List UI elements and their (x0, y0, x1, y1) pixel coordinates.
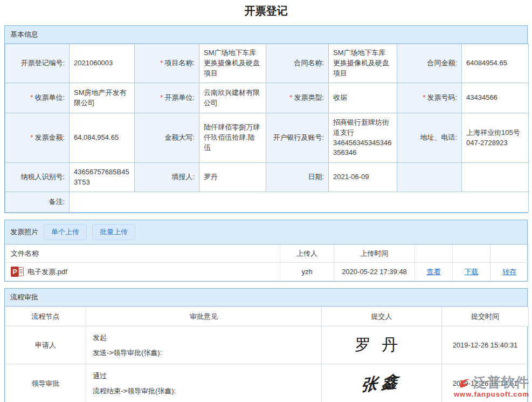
file-name-cell: P 电子发票.pdf (5, 263, 280, 281)
field-label-address-phone: 地址、电话: (397, 113, 462, 163)
field-label-text: 金额大写: (164, 133, 195, 141)
batch-upload-button[interactable]: 批量上传 (92, 224, 135, 240)
pdf-icon-letter: P (11, 267, 19, 277)
single-upload-button[interactable]: 单个上传 (44, 224, 87, 240)
field-value-invoice-amount: 64,084,954.65 (70, 113, 135, 163)
col-header-uploader: 上传人 (280, 245, 334, 263)
field-label-text: 收票单位: (34, 93, 65, 101)
invoice-photos-section: 发票照片 单个上传 批量上传 文件名称 上传人 上传时间 P 电子发票 (4, 220, 528, 282)
col-header-submit-time: 提交时间 (442, 307, 529, 326)
approval-section: 流程审批 流程节点 审批意见 提交人 提交时间 申请人 发起 发送->领导审批(… (4, 288, 528, 402)
field-label-receiving-unit: *收票单位: (5, 83, 70, 113)
field-label-invoice-number: *发票号码: (397, 83, 462, 113)
basic-info-table: 开票登记编号: 2021060003 *项目名称: SM广场地下车库更换摄像机及… (5, 44, 529, 213)
invoice-photos-section-title: 发票照片 (10, 227, 38, 237)
field-label-invoice-register-no: 开票登记编号: (5, 44, 70, 83)
basic-info-section: 基本信息 开票登记编号: 2021060003 *项目名称: SM广场地下车库更… (4, 25, 528, 213)
required-mark: * (289, 93, 292, 101)
approval-row-applicant: 申请人 发起 发送->领导审批(张鑫): 罗丹 2019-12-26 15:40… (5, 326, 529, 364)
col-header-submitter: 提交人 (322, 307, 442, 326)
file-upload-time: 2020-05-22 17:39:48 (334, 263, 415, 281)
flow-node-leader: 领导审批 (5, 364, 86, 402)
field-label-invoice-type: *发票类型: (266, 83, 329, 113)
field-value-remarks (70, 192, 529, 213)
page-title: 开票登记 (0, 0, 532, 25)
field-label-text: 开票登记编号: (20, 59, 65, 67)
field-value-receiving-unit: SM房地产开发有限公司 (70, 83, 135, 113)
opinion-line-2: 流程结束->领导审批(张鑫): (93, 384, 317, 398)
required-mark: * (30, 133, 33, 141)
field-label-text: 纳税人识别号: (20, 173, 65, 181)
field-value-invoice-register-no: 2021060003 (70, 44, 135, 83)
field-label-date: 日期: (266, 163, 329, 192)
download-link[interactable]: 下载 (465, 268, 479, 276)
col-header-approval-opinion: 审批意见 (86, 307, 322, 326)
field-value-address-phone: 上海祥业街105号 047-2728923 (462, 113, 529, 163)
basic-info-row-4: 纳税人识别号: 43656757685B453T53 填报人: 罗丹 日期: 2… (5, 163, 529, 192)
submitter-signature-leader: 张鑫 (322, 364, 442, 402)
field-label-text: 合同名称: (294, 59, 324, 67)
field-label-text: 发票号码: (427, 93, 457, 101)
field-value-taxpayer-id: 43656757685B453T53 (70, 163, 135, 192)
opinion-line-2: 发送->领导审批(张鑫): (93, 345, 317, 360)
field-label-contract-name: 合同名称: (266, 44, 329, 83)
field-label-amount-in-words: 金额大写: (135, 113, 199, 163)
basic-info-row-1: 开票登记编号: 2021060003 *项目名称: SM广场地下车库更换摄像机及… (5, 44, 529, 83)
field-label-text: 项目名称: (164, 59, 195, 67)
field-value-contract-amount: 64084954.65 (462, 44, 529, 83)
opinion-leader: 通过 流程结束->领导审批(张鑫): (86, 364, 322, 402)
invoice-photos-header: 发票照片 单个上传 批量上传 (5, 220, 527, 244)
view-link[interactable]: 查看 (427, 268, 441, 276)
col-header-flow-node: 流程节点 (5, 307, 86, 326)
field-label-bank-and-account: 开户银行及账号: (266, 113, 329, 163)
field-value-invoice-type: 收据 (329, 83, 397, 113)
pdf-file-icon: P (11, 267, 24, 277)
col-header-file-name: 文件名称 (5, 245, 280, 263)
field-label-text: 地址、电话: (420, 133, 457, 141)
signature-text: 罗丹 (355, 335, 409, 354)
required-mark: * (423, 93, 425, 101)
submitter-signature-applicant: 罗丹 (322, 326, 442, 364)
files-header-row: 文件名称 上传人 上传时间 (5, 245, 529, 263)
field-value-contract-name: SM广场地下车库更换摄像机及硬盘项目 (329, 44, 397, 83)
opinion-line-1: 发起 (93, 330, 317, 345)
signature-text: 张鑫 (360, 370, 403, 397)
field-value-date: 2021-06-09 (329, 163, 397, 192)
basic-info-section-title: 基本信息 (5, 26, 527, 44)
submit-time-leader: 2019-12-26 16:14:51 (442, 364, 529, 402)
file-name: 电子发票.pdf (27, 267, 67, 277)
file-uploader: yzh (280, 263, 334, 281)
approval-row-leader: 领导审批 通过 流程结束->领导审批(张鑫): 张鑫 2019-12-26 16… (5, 364, 529, 402)
field-label-text: 开票单位: (164, 93, 195, 101)
field-label-text: 日期: (308, 173, 324, 181)
approval-section-title: 流程审批 (5, 289, 527, 306)
field-value-amount-in-words: 陆仟肆佰零捌万肆仟玖佰伍拾肆.陆伍 (199, 113, 266, 163)
field-label-text: 发票类型: (294, 93, 324, 101)
field-label-text: 合同金额: (427, 59, 457, 67)
col-header-upload-time: 上传时间 (334, 245, 415, 263)
opinion-line-1: 通过 (93, 369, 317, 383)
flow-node-applicant: 申请人 (5, 326, 86, 364)
col-header-action-3 (490, 245, 529, 263)
field-label-text: 备注: (49, 197, 65, 206)
transfer-save-link[interactable]: 转存 (502, 268, 516, 276)
required-mark: * (30, 93, 33, 101)
opinion-applicant: 发起 发送->领导审批(张鑫): (86, 326, 322, 364)
required-mark: * (160, 93, 163, 101)
field-label-remarks: 备注: (5, 192, 70, 213)
field-label-taxpayer-id: 纳税人识别号: (5, 163, 70, 192)
basic-info-row-2: *收票单位: SM房地产开发有限公司 *开票单位: 云南欣兴建材有限公司 *发票… (5, 83, 529, 113)
field-value-issuing-unit: 云南欣兴建材有限公司 (199, 83, 266, 113)
file-row: P 电子发票.pdf yzh 2020-05-22 17:39:48 查看 下载… (5, 263, 529, 281)
col-header-action-1 (415, 245, 453, 263)
field-value-invoice-number: 43434566 (462, 83, 529, 113)
field-label-issuing-unit: *开票单位: (135, 83, 199, 113)
field-label-invoice-amount: *发票金额: (5, 113, 70, 163)
field-label-empty (397, 163, 462, 192)
field-value-bank-and-account: 招商银行新牌坊街道支行 346456345345346356346 (329, 113, 397, 163)
submit-time-applicant: 2019-12-26 15:40:31 (442, 326, 529, 364)
files-table: 文件名称 上传人 上传时间 P 电子发票.pdf yzh 2020-05-22 … (5, 244, 529, 281)
field-value-empty (462, 163, 529, 192)
field-label-text: 填报人: (171, 173, 195, 181)
basic-info-row-5: 备注: (5, 192, 529, 213)
